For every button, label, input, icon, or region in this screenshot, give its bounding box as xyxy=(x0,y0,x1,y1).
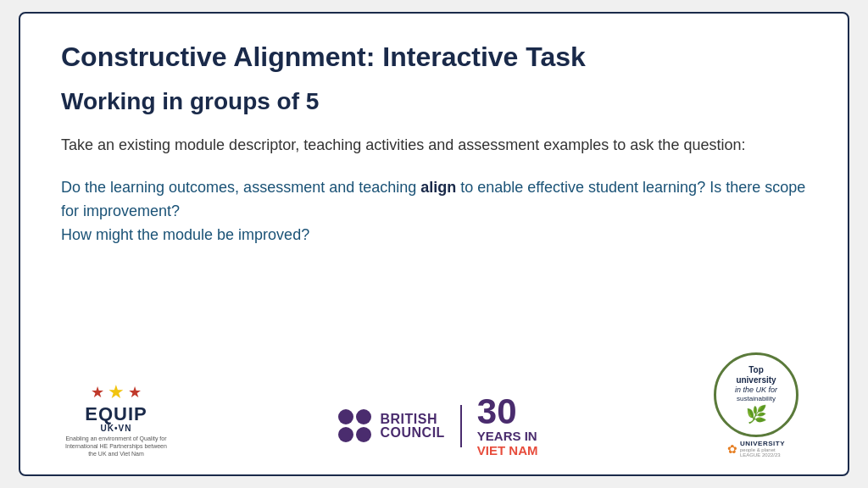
star-yellow-center: ★ xyxy=(108,381,125,403)
slide-subtitle: Working in groups of 5 xyxy=(61,88,807,115)
equip-title: EQUIP xyxy=(85,405,147,424)
badge-university: university xyxy=(736,375,776,385)
bc-divider xyxy=(460,405,462,447)
badge-logo-row: ✿ UNIVERSITY people & planet LEAGUE 2022… xyxy=(727,440,785,458)
star-red-left: ★ xyxy=(91,383,104,402)
paragraph-1: Take an existing module descriptor, teac… xyxy=(61,134,807,158)
bc-30: 30 xyxy=(477,394,517,430)
bc-name-line2: COUNCIL xyxy=(380,426,444,440)
bc-dot-4 xyxy=(356,427,371,442)
paragraph-2-bold: align xyxy=(420,179,456,196)
bc-dots xyxy=(338,409,371,442)
badge-in-the-uk: in the UK for xyxy=(735,385,777,395)
bc-text: BRITISH COUNCIL xyxy=(380,413,444,440)
bc-dot-1 xyxy=(338,409,353,424)
british-council-logo: BRITISH COUNCIL 30 YEARS IN VIET NAM xyxy=(338,394,537,458)
equip-description: Enabling an environment of Quality for I… xyxy=(61,435,171,458)
star-red-right: ★ xyxy=(128,383,142,402)
university-league-text: UNIVERSITY people & planet LEAGUE 2022/2… xyxy=(740,440,785,458)
footer: ★ ★ ★ EQUIP UK•VN Enabling an environmen… xyxy=(61,346,807,458)
bc-dot-2 xyxy=(356,409,371,424)
bc-name-line1: BRITISH xyxy=(380,413,444,426)
league-title: UNIVERSITY xyxy=(740,440,785,447)
slide-title: Constructive Alignment: Interactive Task xyxy=(61,41,807,73)
bc-dot-3 xyxy=(338,427,353,442)
equip-subtitle: UK•VN xyxy=(101,424,132,433)
equip-stars: ★ ★ ★ xyxy=(91,381,142,403)
badge-circle: Top university in the UK for sustainabil… xyxy=(714,352,798,437)
equip-logo: ★ ★ ★ EQUIP UK•VN Enabling an environmen… xyxy=(61,381,171,458)
leaf-icon: 🌿 xyxy=(746,404,767,424)
badge-sustainability-text: sustainability xyxy=(737,395,776,403)
sustainability-badge: Top university in the UK for sustainabil… xyxy=(705,352,807,458)
paragraph-2-text1: Do the learning outcomes, assessment and… xyxy=(61,179,420,196)
bc-years-text: YEARS IN xyxy=(477,430,537,444)
paragraph-2: Do the learning outcomes, assessment and… xyxy=(61,176,807,247)
bc-country: VIET NAM xyxy=(477,444,538,458)
badge-bottom: ✿ UNIVERSITY people & planet LEAGUE 2022… xyxy=(727,440,785,458)
slide: Constructive Alignment: Interactive Task… xyxy=(19,12,849,476)
badge-top: Top xyxy=(748,365,764,375)
slide-body: Take an existing module descriptor, teac… xyxy=(61,134,807,346)
bc-years: 30 YEARS IN VIET NAM xyxy=(477,394,538,458)
flower-icon: ✿ xyxy=(727,442,737,456)
league-year: LEAGUE 2022/23 xyxy=(740,452,785,458)
